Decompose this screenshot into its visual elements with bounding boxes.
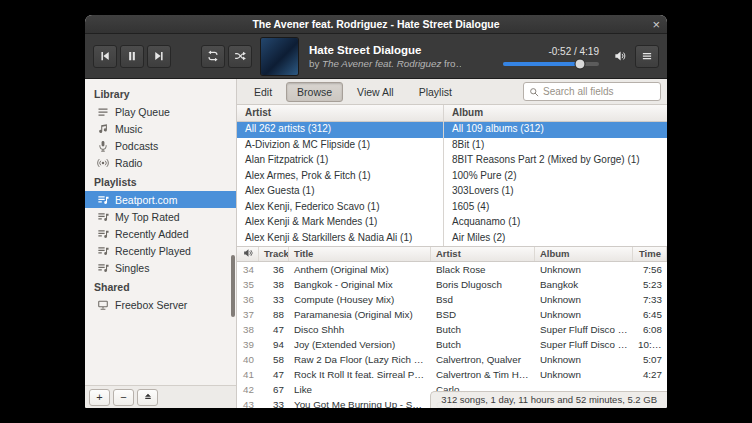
track-artist: Boris Dlugosch [431,279,535,290]
track-time: 7:33 [633,294,667,305]
add-playlist-button[interactable]: + [89,389,110,406]
sidebar-group-shared: Freebox Server [85,296,236,313]
sidebar-item-label: My Top Rated [115,211,180,223]
track-position: 39 [237,339,259,350]
track-row[interactable]: 41 47 Rock It Roll It feat. Sirreal Pip…… [237,367,667,382]
track-row[interactable]: 35 38 Bangkok - Original Mix Boris Dlugo… [237,277,667,292]
album-row[interactable]: 100% Pure (2) [444,169,667,185]
shuffle-button[interactable] [228,45,252,68]
artist-row[interactable]: A-Divizion & MC Flipside (1) [237,138,443,154]
sidebar-item[interactable]: Recently Added [85,225,236,242]
seek-handle[interactable] [574,59,585,70]
track-number: 38 [259,279,289,290]
artist-row[interactable]: Alex Guesta (1) [237,184,443,200]
window-body: Library Play Queue Music Podcasts [85,79,667,408]
album-row[interactable]: 1605 (4) [444,200,667,216]
track-time: 6:45 [633,309,667,320]
time-column-header[interactable]: Time [633,247,667,261]
album-column-header-tracks[interactable]: Album [535,247,633,261]
artist-row[interactable]: Alex Kenji & Starkillers & Nadia Ali (1) [237,231,443,247]
track-time: 10:04 [633,339,667,350]
track-title: Bangkok - Original Mix [289,279,431,290]
eject-button[interactable] [137,389,158,406]
titlebar[interactable]: The Avener feat. Rodriguez - Hate Street… [85,15,667,34]
sidebar-item-label: Singles [115,262,149,274]
album-row[interactable]: All 109 albums (312) [444,122,667,138]
album-row[interactable]: 8BIT Reasons Part 2 (Mixed by Gorge) (1) [444,153,667,169]
sidebar-item[interactable]: Music [85,120,236,137]
track-title: Paramanesia (Original Mix) [289,309,431,320]
sidebar-item[interactable]: Freebox Server [85,296,236,313]
sidebar-item[interactable]: Recently Played [85,242,236,259]
track-album: Unknown [535,309,633,320]
track-album: Unknown [535,354,633,365]
track-title: Raw 2 Da Floor (Lazy Rich Re… [289,354,431,365]
album-row[interactable]: 8Bit (1) [444,138,667,154]
artist-column-header-tracks[interactable]: Artist [431,247,535,261]
artist-row[interactable]: All 262 artists (312) [237,122,443,138]
volume-button[interactable] [608,45,632,68]
speaker-icon [614,50,626,62]
next-button[interactable] [147,45,171,68]
album-row-label: 8BIT Reasons Part 2 (Mixed by Gorge) (1) [452,154,640,165]
sidebar-item[interactable]: Radio [85,154,236,171]
artist-row-list: All 262 artists (312)A-Divizion & MC Fli… [237,122,443,246]
album-row[interactable]: Air Miles (2) [444,231,667,247]
album-column-header[interactable]: Album [444,105,667,122]
sidebar: Library Play Queue Music Podcasts [85,79,237,408]
artist-row[interactable]: Alex Kenji & Mark Mendes (1) [237,215,443,231]
track-number: 33 [259,294,289,305]
remove-playlist-button[interactable]: − [113,389,134,406]
artist-row[interactable]: Alex Kenji, Federico Scavo (1) [237,200,443,216]
repeat-button[interactable] [201,45,225,68]
track-time: 4:27 [633,369,667,380]
menu-button[interactable] [635,45,659,68]
track-album: Super Fluff Disco Stuff [535,324,633,335]
title-column-header[interactable]: Title [289,247,431,261]
track-row[interactable]: 40 58 Raw 2 Da Floor (Lazy Rich Re… Calv… [237,352,667,367]
previous-button[interactable] [93,45,117,68]
track-row[interactable]: 39 94 Joy (Extended Version) Butch Super… [237,337,667,352]
browse-button[interactable]: Browse [286,82,343,102]
playlist-icon [97,245,109,257]
track-album: Unknown [535,294,633,305]
pause-button[interactable] [120,45,144,68]
artist-row[interactable]: Alex Armes, Prok & Fitch (1) [237,169,443,185]
track-title: You Got Me Burning Up - Sue… [289,399,431,408]
sidebar-item-label: Freebox Server [115,299,187,311]
sidebar-item-label: Music [115,123,142,135]
sidebar-item[interactable]: Podcasts [85,137,236,154]
seek-slider[interactable] [503,62,599,66]
track-time: 5:07 [633,354,667,365]
seek-area: -0:52 / 4:19 [503,46,599,66]
sidebar-item[interactable]: Singles [85,259,236,276]
artist-row-label: Alex Armes, Prok & Fitch (1) [245,170,371,181]
track-row[interactable]: 38 47 Disco Shhh Butch Super Fluff Disco… [237,322,667,337]
playlist-button[interactable]: Playlist [408,82,463,102]
track-column-header[interactable]: Track [259,247,289,261]
artist-column-header[interactable]: Artist [237,105,443,122]
sidebar-item[interactable]: My Top Rated [85,208,236,225]
edit-button[interactable]: Edit [243,82,283,102]
shuffle-icon [234,50,246,62]
track-position: 42 [237,384,259,395]
close-button[interactable]: × [652,15,660,34]
sidebar-item-icon [97,157,109,169]
scrollbar-thumb[interactable] [231,255,235,317]
album-row[interactable]: Acquanamo (1) [444,215,667,231]
library-browser: Artist All 262 artists (312)A-Divizion &… [237,105,667,246]
artist-row[interactable]: Alan Fitzpatrick (1) [237,153,443,169]
repeat-icon [207,50,219,62]
search-input[interactable] [543,86,655,97]
track-row[interactable]: 34 36 Anthem (Original Mix) Black Rose U… [237,262,667,277]
sidebar-header-shared: Shared [85,276,236,296]
album-row[interactable]: 303Lovers (1) [444,184,667,200]
sidebar-item[interactable]: Play Queue [85,103,236,120]
track-row[interactable]: 37 88 Paramanesia (Original Mix) BSD Unk… [237,307,667,322]
sidebar-item[interactable]: Beatport.com [85,191,236,208]
view-all-button[interactable]: View All [346,82,405,102]
playing-column-header[interactable] [237,247,259,261]
track-row[interactable]: 36 33 Compute (Housey Mix) Bsd Unknown 7… [237,292,667,307]
track-title: Anthem (Original Mix) [289,264,431,275]
search-field[interactable] [523,82,661,101]
